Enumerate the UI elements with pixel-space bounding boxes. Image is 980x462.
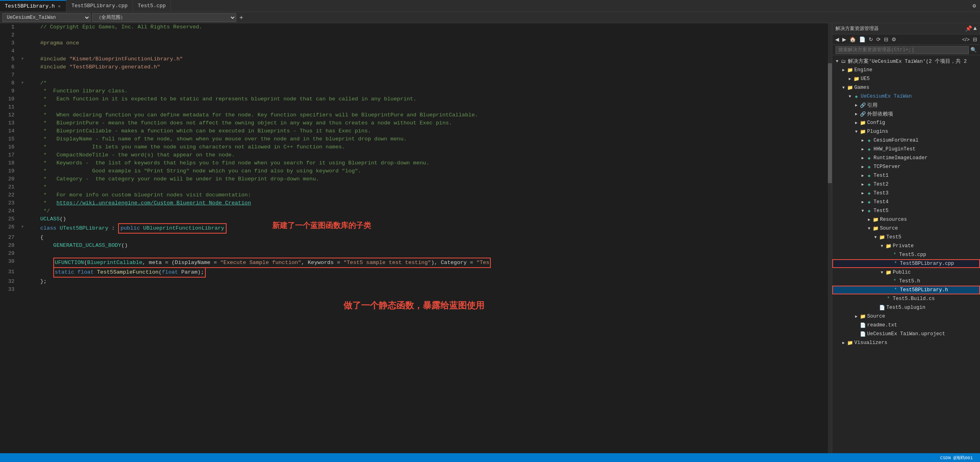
code-line: 16 * Its lets you name the node using ch… xyxy=(0,143,828,151)
code-line: 5 ▼ #include "Kismet/BlueprintFunctionLi… xyxy=(0,55,828,63)
tree-test5-build-cs[interactable]: * Test5.Build.cs xyxy=(832,294,980,303)
tree-project-source[interactable]: ▶ 📁 Source xyxy=(832,312,980,321)
tree-test5[interactable]: ▼ ◈ Test5 xyxy=(832,206,980,215)
tree-games[interactable]: ▼ 📁 Games xyxy=(832,83,980,92)
code-line: 17 * CompactNodeTitle - the word(s) that… xyxy=(0,151,828,159)
tree-test4[interactable]: ▶ ◈ Test4 xyxy=(832,198,980,206)
rp-file-btn[interactable]: 📄 xyxy=(858,36,867,42)
rp-refresh-btn[interactable]: ↻ xyxy=(868,36,874,42)
tree-ue5[interactable]: ▶ 📁 UE5 xyxy=(832,74,980,83)
rp-pin-icon[interactable]: 📌 xyxy=(965,25,972,32)
tree-plugins[interactable]: ▼ 📁 Plugins xyxy=(832,127,980,136)
code-line: 6 #include "Test5BPLibrary.generated.h" xyxy=(0,63,828,71)
ext-deps-icon: 🔗 xyxy=(860,111,866,117)
status-bar: CSDN @海鸥001 xyxy=(0,453,980,462)
code-line: 13 * BlueprintPure - means the function … xyxy=(0,119,828,127)
code-line: 24 */ xyxy=(0,207,828,215)
tree-readme[interactable]: 📄 readme.txt xyxy=(832,321,980,330)
scrollbar-thumb[interactable] xyxy=(828,63,832,183)
plugins-icon: 📁 xyxy=(860,129,866,135)
code-line: 27 { xyxy=(0,234,828,242)
code-line: 11 * xyxy=(0,103,828,111)
tree-private[interactable]: ▼ 📁 Private xyxy=(832,242,980,250)
rp-config-btn[interactable]: ⚙ xyxy=(890,36,898,42)
code-line: 26 ▼ class UTest5BPLibrary : public UBlu… xyxy=(0,223,828,234)
tab-test5-cpp[interactable]: Test5.cpp xyxy=(133,0,171,12)
tree-test5-h[interactable]: * Test5.h xyxy=(832,277,980,286)
code-line: 32 }; xyxy=(0,278,828,286)
rp-home-btn[interactable]: 🏠 xyxy=(848,36,857,42)
tree-test3[interactable]: ▶ ◈ Test3 xyxy=(832,189,980,198)
tree-config[interactable]: ▶ 📁 Config xyxy=(832,118,980,127)
project-select[interactable]: UeCesiumEx_TaiWan xyxy=(2,13,90,22)
build-cs-icon: * xyxy=(885,296,892,302)
search-input[interactable] xyxy=(835,46,969,54)
refs-icon: 🔗 xyxy=(860,102,866,108)
test5-cpp-icon: * xyxy=(892,252,898,258)
rp-code-btn[interactable]: </> xyxy=(961,36,971,42)
code-line: 2 xyxy=(0,31,828,39)
right-panel-icons: 📌 ▲ xyxy=(965,25,977,32)
tree-test5-cpp[interactable]: * Test5.cpp xyxy=(832,250,980,259)
tree-test2[interactable]: ▶ ◈ Test2 xyxy=(832,180,980,189)
search-box: 🔍 xyxy=(832,45,980,55)
config-icon: 📁 xyxy=(860,120,866,126)
tree-project-uecesiumex[interactable]: ▼ ◈ UeCesiumEx TaiWan xyxy=(832,92,980,101)
tab-test5bplibrary-h[interactable]: Test5BPLibrary.h ✕ xyxy=(0,0,66,12)
rp-expand-btn[interactable]: ⊟ xyxy=(972,36,978,42)
tree-test1[interactable]: ▶ ◈ Test1 xyxy=(832,171,980,180)
tree-refs[interactable]: ▶ 🔗 引用 xyxy=(832,101,980,110)
code-line: 30 UFUNCTION(BlueprintCallable, meta = (… xyxy=(0,258,828,268)
tab-test5bplibrary-cpp[interactable]: Test5BPLibrary.cpp xyxy=(66,0,133,12)
games-icon: 📁 xyxy=(847,85,853,91)
code-line: 12 * When declaring function you can def… xyxy=(0,111,828,119)
vertical-scrollbar[interactable] xyxy=(828,23,832,453)
code-line: 29 xyxy=(0,250,828,258)
source-test5-icon: 📁 xyxy=(872,226,879,232)
source-sub-icon: 📁 xyxy=(879,234,885,240)
tree-solution-root[interactable]: ▼ 🗂 解决方案'UeCesiumEx TaiWan'(2 个项目，共 2 xyxy=(832,57,980,66)
runtime-icon: ◈ xyxy=(866,155,872,161)
cesium-icon: ◈ xyxy=(866,138,872,144)
tree-uproject[interactable]: 📄 UeCesiumEx TaiWan.uproject xyxy=(832,330,980,338)
code-line: 19 * Good example is "Print String" node… xyxy=(0,167,828,175)
tree-runtime-image[interactable]: ▶ ◈ RuntimeImageLoader xyxy=(832,154,980,162)
tree-test5-uplugin[interactable]: 📄 Test5.uplugin xyxy=(832,303,980,312)
rp-arrow-icon[interactable]: ▲ xyxy=(974,25,977,32)
rp-back-btn[interactable]: ◀ xyxy=(834,36,840,42)
tree-resources[interactable]: ▶ 📁 Resources xyxy=(832,215,980,224)
public-icon: 📁 xyxy=(885,270,892,276)
tree-visualizers[interactable]: ▶ 📁 Visualizers xyxy=(832,338,980,347)
tab-gear-icon[interactable]: ⚙ xyxy=(969,2,980,9)
code-line: 22 * For more info on custom blueprint n… xyxy=(0,191,828,199)
main-area: 1 // Copyright Epic Games, Inc. All Righ… xyxy=(0,23,980,453)
search-icon[interactable]: 🔍 xyxy=(970,47,977,53)
tree-test5bplibrary-h[interactable]: * Test5BPLibrary.h xyxy=(832,286,980,294)
visualizers-icon: 📁 xyxy=(847,340,853,346)
test5bplibrary-cpp-icon: * xyxy=(892,261,899,266)
editor-pane[interactable]: 1 // Copyright Epic Games, Inc. All Righ… xyxy=(0,23,832,453)
tree-public[interactable]: ▼ 📁 Public xyxy=(832,268,980,277)
tab-label-0: Test5BPLibrary.h xyxy=(5,3,55,9)
tree-hhw[interactable]: ▶ ◈ HHW_PluginTest xyxy=(832,145,980,154)
scope-select[interactable]: （全局范围） xyxy=(92,13,236,22)
tree-engine[interactable]: ▶ 📁 Engine xyxy=(832,66,980,74)
tree-test5bplibrary-cpp[interactable]: * Test5BPLibrary.cpp xyxy=(832,259,980,268)
tab-close-0[interactable]: ✕ xyxy=(57,3,62,10)
tree-external-deps[interactable]: ▶ 🔗 外部依赖项 xyxy=(832,110,980,118)
code-line: 21 * xyxy=(0,183,828,191)
project-icon: ◈ xyxy=(853,94,860,100)
code-line: 31 static float Test5SampleFunction(floa… xyxy=(0,268,828,278)
test3-icon: ◈ xyxy=(866,190,872,196)
tree-cesium[interactable]: ▶ ◈ CesiumForUnreal xyxy=(832,136,980,145)
tree-source-test5-sub[interactable]: ▼ 📁 Test5 xyxy=(832,233,980,242)
solution-tree: ▼ 🗂 解决方案'UeCesiumEx TaiWan'(2 个项目，共 2 ▶ … xyxy=(832,55,980,453)
tree-source-test5[interactable]: ▼ 📁 Source xyxy=(832,224,980,233)
rp-filter-btn[interactable]: ⊟ xyxy=(883,36,890,42)
toolbar-plus-btn[interactable]: + xyxy=(238,14,245,21)
rp-sync-btn[interactable]: ⟳ xyxy=(875,36,882,42)
tree-tcpserver[interactable]: ▶ ◈ TCPServer xyxy=(832,162,980,171)
solution-explorer-title: 解决方案资源管理器 xyxy=(835,25,964,32)
rp-forward-btn[interactable]: ▶ xyxy=(841,36,847,42)
test5bplibrary-h-icon: * xyxy=(892,287,899,293)
